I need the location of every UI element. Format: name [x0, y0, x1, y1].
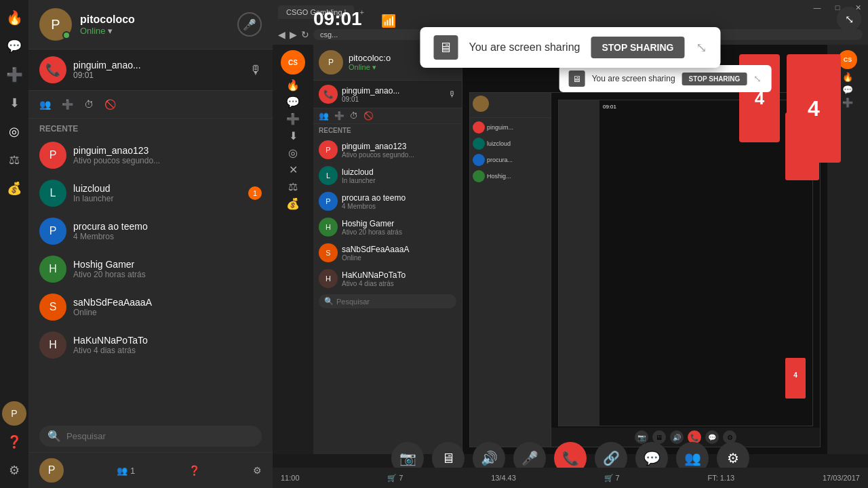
- deep-contact[interactable]: Hoshig...: [473, 168, 548, 184]
- inner-section-label: RECENTE: [313, 124, 462, 137]
- deep-contact[interactable]: pinguim...: [473, 119, 548, 136]
- inner-contact-item[interactable]: L luizcloud In launcher: [313, 163, 462, 188]
- flame-icon[interactable]: 🔥: [2, 5, 26, 30]
- csgo-nav-icon2[interactable]: 💬: [286, 96, 300, 108]
- contact-info: saNbSdFeaAaaaA Online: [73, 297, 262, 317]
- settings-bottom-icon[interactable]: ⚙: [253, 465, 262, 476]
- deep-contact[interactable]: procura...: [473, 152, 548, 168]
- inner-tabs: 👥 ➕ ⏱ 🚫: [313, 108, 462, 124]
- tab-pending[interactable]: ⏱: [84, 96, 94, 113]
- csgo-nav-icon8[interactable]: 💰: [286, 197, 300, 210]
- deep-contact-av: [473, 138, 485, 150]
- help-icon[interactable]: ❓: [2, 430, 26, 454]
- back-btn[interactable]: ◀: [278, 29, 285, 40]
- forward-btn[interactable]: ▶: [290, 29, 297, 40]
- bottom-user: P: [39, 458, 64, 483]
- expand-button[interactable]: ⤡: [696, 39, 707, 56]
- fullscreen-btn[interactable]: ⤡: [837, 7, 861, 31]
- inner-contact-item[interactable]: H Hoshig Gamer Ativo 20 horas atrás: [313, 214, 462, 240]
- inner-call-time: 09:01: [342, 96, 399, 103]
- inner-contact-status: Online: [342, 254, 409, 262]
- user-avatar[interactable]: P: [2, 401, 26, 426]
- csgo-nav-icon4[interactable]: ⬇: [289, 129, 298, 142]
- inner-call[interactable]: 📞 pinguim_anao... 09:01 🎙: [313, 81, 462, 108]
- contact-item[interactable]: L luizcloud In launcher 1: [28, 174, 273, 212]
- inner-tab3[interactable]: ⏱: [350, 111, 358, 121]
- contact-item[interactable]: H Hoshig Gamer Ativo 20 horas atrás: [28, 250, 273, 288]
- contact-item[interactable]: S saNbSdFeaAaaaA Online: [28, 288, 273, 326]
- refresh-btn[interactable]: ↻: [301, 29, 309, 40]
- search-box[interactable]: 🔍: [39, 426, 262, 447]
- inner-tab4[interactable]: 🚫: [363, 111, 374, 121]
- contact-item[interactable]: P procura ao teemo 4 Membros: [28, 212, 273, 250]
- inner-stop-btn[interactable]: STOP SHARING: [682, 73, 747, 85]
- screen-content: CSGO Gambling | + — □ ✕ ◀ ▶ ↻ csg... CS …: [273, 0, 868, 488]
- contact-avatar: H: [39, 331, 66, 359]
- contact-item[interactable]: H HaKuNNaPoTaTo Ativo 4 dias atrás: [28, 326, 273, 364]
- settings-sidebar-icon[interactable]: ⚙: [2, 458, 26, 483]
- inner-avatar: P: [319, 50, 343, 75]
- inner-banner: 🖥 You are screen sharing STOP SHARING ⤡: [559, 65, 772, 92]
- main-area: CSGO Gambling | + — □ ✕ ◀ ▶ ↻ csg... CS …: [273, 0, 868, 488]
- inner-contact-name: pinguim_anao123: [342, 142, 414, 151]
- inner-tab2[interactable]: ➕: [334, 111, 344, 121]
- contact-item[interactable]: P pinguim_anao123 Ativo poucos segundo..…: [28, 136, 273, 174]
- search-input[interactable]: [66, 431, 254, 441]
- browser-tabs: CSGO Gambling | + — □ ✕: [273, 0, 868, 24]
- contact-status: Online: [73, 308, 262, 317]
- header-info: pitocoloco Online ▾: [80, 14, 229, 36]
- csgo-nav-icon3[interactable]: ➕: [286, 113, 300, 125]
- bottom-status-bar: 11:00 🛒 7 13/4.43 🛒 7 FT: 1.13 17/03/201…: [273, 468, 868, 488]
- status-cart1: 🛒 7: [387, 474, 403, 483]
- minimize-btn[interactable]: —: [807, 0, 827, 15]
- inner-banner-text: You are screen sharing: [592, 74, 675, 83]
- balance-icon[interactable]: ⚖: [2, 148, 26, 172]
- mic-button[interactable]: 🎤: [237, 12, 262, 37]
- inner-contact-item[interactable]: S saNbSdFeaAaaaA Online: [313, 240, 462, 266]
- tab-friends[interactable]: 👥: [39, 96, 51, 113]
- chat-icon[interactable]: 💬: [2, 34, 26, 58]
- target-icon[interactable]: ◎: [2, 119, 26, 144]
- stop-sharing-button[interactable]: STOP SHARING: [591, 37, 684, 58]
- deep-contact-av: [473, 121, 485, 134]
- deep-contacts: pinguim... luizcloud procura...: [470, 93, 551, 447]
- deep-header: [470, 93, 551, 118]
- inner-contact-item[interactable]: H HaKuNNaPoTaTo Ativo 4 dias atrás: [313, 266, 462, 291]
- csgo-nav-icon6[interactable]: ✕: [289, 163, 298, 176]
- inner-contact-status: In launcher: [342, 177, 375, 184]
- contact-badge: 1: [248, 186, 262, 200]
- coin-icon[interactable]: 💰: [2, 176, 26, 201]
- bottom-avatar: P: [39, 458, 64, 483]
- inner-screen-icon: 🖥: [569, 70, 585, 87]
- tab-add-friend[interactable]: ➕: [62, 96, 73, 113]
- inner-contact-item[interactable]: P pinguim_anao123 Ativo poucos segundo..…: [313, 137, 462, 163]
- header-status[interactable]: Online ▾: [80, 26, 229, 36]
- csgo-nav-icon7[interactable]: ⚖: [288, 180, 298, 193]
- deep-contact-name: pinguim...: [487, 124, 513, 131]
- inner-contact-item[interactable]: P procura ao teemo 4 Membros: [313, 188, 462, 214]
- inner-right-icon2[interactable]: 💬: [842, 85, 853, 95]
- inner-search[interactable]: 🔍: [319, 294, 456, 308]
- inner-contact-name: saNbSdFeaAaaaA: [342, 245, 409, 254]
- header-username: pitocoloco: [80, 14, 229, 26]
- inner-tab1[interactable]: 👥: [319, 111, 329, 121]
- screen-share-banner: 🖥 You are screen sharing STOP SHARING ⤡: [420, 27, 720, 68]
- active-call-item[interactable]: 📞 pinguim_anao... 09:01 🎙: [28, 49, 273, 91]
- screen-share-text: You are screen sharing: [469, 41, 580, 54]
- add-icon[interactable]: ➕: [2, 62, 26, 87]
- deep-contact[interactable]: luizcloud: [473, 136, 548, 152]
- csgo-nav-icon5[interactable]: ◎: [288, 146, 298, 159]
- active-call-avatar: 📞: [39, 56, 66, 83]
- inner-search-input[interactable]: [336, 298, 451, 306]
- inner-status: Online ▾: [349, 63, 391, 72]
- contact-status: Ativo 20 horas atrás: [73, 270, 262, 279]
- inner-right-icon3[interactable]: ➕: [842, 98, 853, 108]
- help-bottom-icon[interactable]: ❓: [189, 465, 200, 476]
- contact-name: Hoshig Gamer: [73, 259, 262, 270]
- download-icon[interactable]: ⬇: [2, 91, 26, 115]
- deep-contact-name: procura...: [487, 157, 513, 163]
- inner-right-icon1[interactable]: 🔥: [842, 72, 853, 82]
- inner-expand-btn[interactable]: ⤡: [753, 73, 762, 84]
- csgo-nav-icon1[interactable]: 🔥: [286, 79, 300, 92]
- tab-blocked[interactable]: 🚫: [104, 96, 116, 113]
